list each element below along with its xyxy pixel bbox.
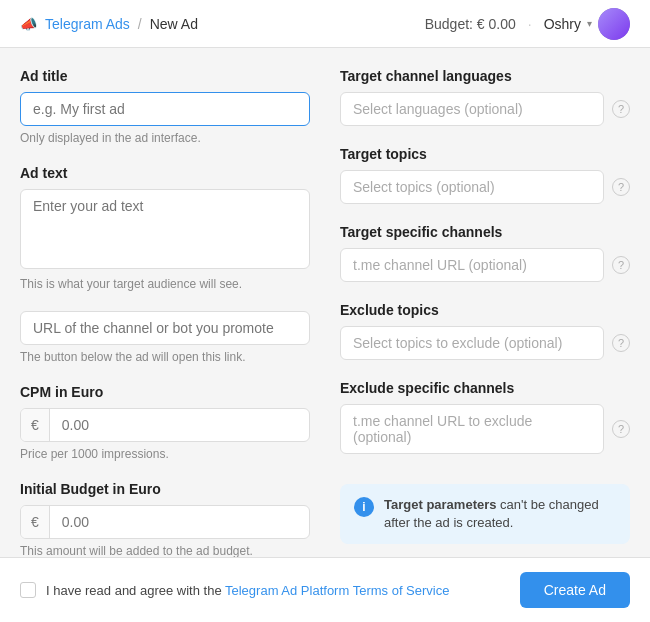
tos-checkbox[interactable] — [20, 582, 36, 598]
tos-label: I have read and agree with the Telegram … — [46, 583, 449, 598]
ad-text-hint: This is what your target audience will s… — [20, 277, 310, 291]
target-languages-row: Select languages (optional) ? — [340, 92, 630, 126]
ad-title-hint: Only displayed in the ad interface. — [20, 131, 310, 145]
exclude-topics-row: Select topics to exclude (optional) ? — [340, 326, 630, 360]
exclude-topics-select[interactable]: Select topics to exclude (optional) — [340, 326, 604, 360]
target-languages-label: Target channel languages — [340, 68, 630, 84]
target-languages-placeholder: Select languages (optional) — [353, 101, 523, 117]
header-right: Budget: € 0.00 · Oshry ▾ — [425, 8, 630, 40]
target-channels-group: Target specific channels t.me channel UR… — [340, 224, 630, 282]
budget-group: Initial Budget in Euro € This amount wil… — [20, 481, 310, 558]
left-column: Ad title Only displayed in the ad interf… — [20, 68, 310, 578]
budget-label: Initial Budget in Euro — [20, 481, 310, 497]
info-text-bold: Target parameters — [384, 497, 496, 512]
target-channels-select[interactable]: t.me channel URL (optional) — [340, 248, 604, 282]
cpm-hint: Price per 1000 impressions. — [20, 447, 310, 461]
main-content: Ad title Only displayed in the ad interf… — [0, 48, 650, 598]
ad-text-label: Ad text — [20, 165, 310, 181]
exclude-topics-placeholder: Select topics to exclude (optional) — [353, 335, 562, 351]
ad-title-group: Ad title Only displayed in the ad interf… — [20, 68, 310, 145]
info-banner: i Target parameters can't be changed aft… — [340, 484, 630, 544]
page-title: New Ad — [150, 16, 198, 32]
target-channels-placeholder: t.me channel URL (optional) — [353, 257, 527, 273]
breadcrumb: 📣 Telegram Ads / New Ad — [20, 16, 198, 32]
exclude-channels-group: Exclude specific channels t.me channel U… — [340, 380, 630, 454]
ad-text-group: Ad text This is what your target audienc… — [20, 165, 310, 291]
budget-hint: This amount will be added to the ad budg… — [20, 544, 310, 558]
target-channels-help-icon[interactable]: ? — [612, 256, 630, 274]
exclude-channels-select[interactable]: t.me channel URL to exclude (optional) — [340, 404, 604, 454]
user-menu[interactable]: Oshry ▾ — [544, 8, 630, 40]
info-text: Target parameters can't be changed after… — [384, 496, 616, 532]
euro-symbol-cpm: € — [21, 409, 50, 441]
cpm-input[interactable] — [50, 409, 309, 441]
tos-link[interactable]: Telegram Ad Platform Terms of Service — [225, 583, 449, 598]
url-group: The button below the ad will open this l… — [20, 311, 310, 364]
target-topics-label: Target topics — [340, 146, 630, 162]
budget-input-wrapper: € — [20, 505, 310, 539]
tos-checkbox-group: I have read and agree with the Telegram … — [20, 582, 449, 598]
footer: I have read and agree with the Telegram … — [0, 557, 650, 622]
create-ad-button[interactable]: Create Ad — [520, 572, 630, 608]
avatar-image — [598, 8, 630, 40]
exclude-topics-help-icon[interactable]: ? — [612, 334, 630, 352]
target-topics-select[interactable]: Select topics (optional) — [340, 170, 604, 204]
target-channels-label: Target specific channels — [340, 224, 630, 240]
target-topics-help-icon[interactable]: ? — [612, 178, 630, 196]
user-name-label: Oshry — [544, 16, 581, 32]
exclude-channels-label: Exclude specific channels — [340, 380, 630, 396]
form-layout: Ad title Only displayed in the ad interf… — [20, 68, 630, 578]
target-topics-group: Target topics Select topics (optional) ? — [340, 146, 630, 204]
tos-label-text: I have read and agree with the — [46, 583, 225, 598]
target-languages-select[interactable]: Select languages (optional) — [340, 92, 604, 126]
url-hint: The button below the ad will open this l… — [20, 350, 310, 364]
ad-title-label: Ad title — [20, 68, 310, 84]
cpm-group: CPM in Euro € Price per 1000 impressions… — [20, 384, 310, 461]
cpm-input-wrapper: € — [20, 408, 310, 442]
info-icon: i — [354, 497, 374, 517]
exclude-topics-label: Exclude topics — [340, 302, 630, 318]
exclude-channels-placeholder: t.me channel URL to exclude (optional) — [353, 413, 591, 445]
target-topics-row: Select topics (optional) ? — [340, 170, 630, 204]
target-languages-group: Target channel languages Select language… — [340, 68, 630, 126]
breadcrumb-separator: / — [138, 16, 142, 32]
exclude-channels-row: t.me channel URL to exclude (optional) ? — [340, 404, 630, 454]
megaphone-icon: 📣 — [20, 16, 37, 32]
breadcrumb-brand-link[interactable]: Telegram Ads — [45, 16, 130, 32]
target-topics-placeholder: Select topics (optional) — [353, 179, 495, 195]
target-languages-help-icon[interactable]: ? — [612, 100, 630, 118]
app-header: 📣 Telegram Ads / New Ad Budget: € 0.00 ·… — [0, 0, 650, 48]
url-input[interactable] — [20, 311, 310, 345]
ad-text-input[interactable] — [20, 189, 310, 269]
budget-input[interactable] — [50, 506, 309, 538]
ad-title-input[interactable] — [20, 92, 310, 126]
right-column: Target channel languages Select language… — [340, 68, 630, 578]
budget-display: Budget: € 0.00 — [425, 16, 516, 32]
avatar — [598, 8, 630, 40]
cpm-label: CPM in Euro — [20, 384, 310, 400]
chevron-down-icon: ▾ — [587, 18, 592, 29]
exclude-channels-help-icon[interactable]: ? — [612, 420, 630, 438]
target-channels-row: t.me channel URL (optional) ? — [340, 248, 630, 282]
exclude-topics-group: Exclude topics Select topics to exclude … — [340, 302, 630, 360]
euro-symbol-budget: € — [21, 506, 50, 538]
